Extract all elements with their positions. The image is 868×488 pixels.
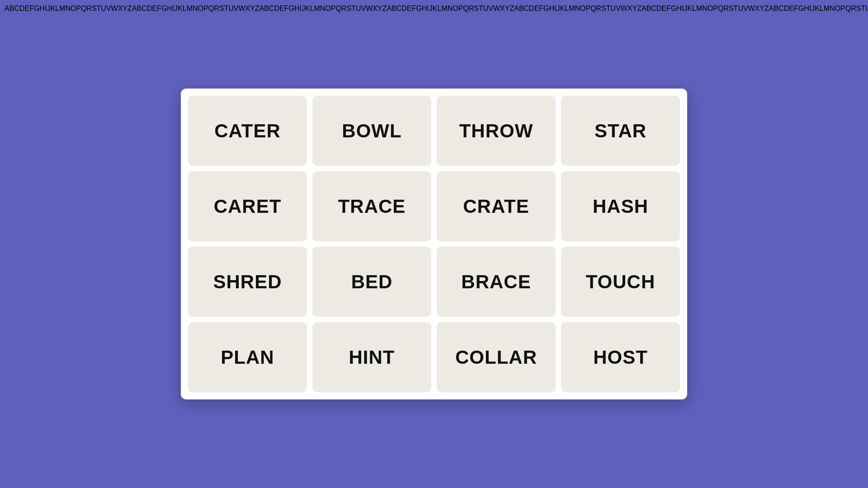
word-grid: CATERBOWLTHROWSTARCARETTRACECRATEHASHSHR… — [188, 96, 680, 392]
word-card-trace[interactable]: TRACE — [312, 171, 431, 241]
word-grid-panel: CATERBOWLTHROWSTARCARETTRACECRATEHASHSHR… — [181, 89, 687, 399]
word-card-brace[interactable]: BRACE — [437, 247, 556, 317]
word-card-bowl[interactable]: BOWL — [312, 96, 431, 166]
word-card-star[interactable]: STAR — [561, 96, 680, 166]
word-card-caret[interactable]: CARET — [188, 171, 307, 241]
word-label-brace: BRACE — [461, 271, 531, 293]
word-label-bed: BED — [351, 271, 393, 293]
word-label-collar: COLLAR — [455, 347, 537, 368]
word-label-host: HOST — [593, 347, 648, 368]
word-card-cater[interactable]: CATER — [188, 96, 307, 166]
word-label-touch: TOUCH — [586, 271, 656, 293]
word-card-crate[interactable]: CRATE — [437, 171, 556, 241]
word-card-hint[interactable]: HINT — [312, 322, 431, 392]
word-label-cater: CATER — [214, 120, 281, 142]
word-card-collar[interactable]: COLLAR — [437, 322, 556, 392]
word-label-throw: THROW — [459, 120, 533, 142]
word-card-hash[interactable]: HASH — [561, 171, 680, 241]
word-card-host[interactable]: HOST — [561, 322, 680, 392]
word-card-touch[interactable]: TOUCH — [561, 247, 680, 317]
word-label-shred: SHRED — [213, 271, 282, 293]
word-label-hint: HINT — [349, 347, 395, 368]
word-card-bed[interactable]: BED — [312, 247, 431, 317]
word-card-shred[interactable]: SHRED — [188, 247, 307, 317]
word-card-throw[interactable]: THROW — [437, 96, 556, 166]
word-label-caret: CARET — [214, 196, 282, 217]
word-label-hash: HASH — [593, 196, 648, 217]
word-label-trace: TRACE — [338, 196, 406, 217]
word-label-crate: CRATE — [463, 196, 529, 217]
word-label-star: STAR — [594, 120, 646, 142]
word-card-plan[interactable]: PLAN — [188, 322, 307, 392]
word-label-bowl: BOWL — [342, 120, 401, 142]
word-label-plan: PLAN — [221, 347, 274, 368]
